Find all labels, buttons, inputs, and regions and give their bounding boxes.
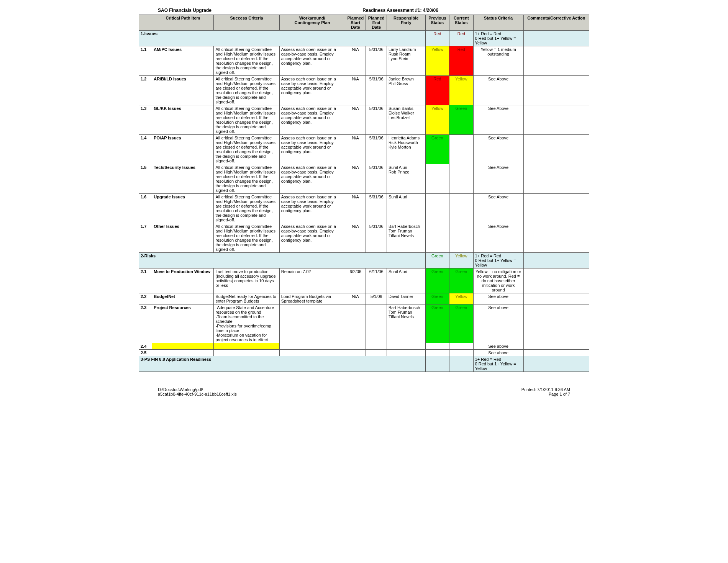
row-planned-start	[345, 343, 366, 350]
row-corrective	[523, 223, 589, 253]
row-responsible: Sunil Aluri	[387, 194, 425, 223]
row-planned-end: 5/31/06	[366, 164, 387, 194]
row-success: BudgetNet ready for Agencies to enter Pr…	[214, 293, 279, 304]
row-responsible	[387, 343, 425, 350]
footer-page-num: Page 1 of 7	[521, 392, 570, 396]
row-id: 1.3	[139, 105, 152, 135]
row-corrective	[523, 268, 589, 293]
row-workaround	[279, 304, 345, 343]
row-curr-status: Yellow	[449, 76, 473, 105]
row-responsible: Bart Haberbosch Tom Fruman Tiffani Nevel…	[387, 223, 425, 253]
row-responsible: Larry Landrum Rusk Roam Lynn Stein	[387, 46, 425, 76]
row-curr-status	[449, 194, 473, 223]
table-row: 2.5See above	[139, 350, 589, 356]
table-row: 1.7Other IssuesAll critical Steering Com…	[139, 223, 589, 253]
row-item: BudgetNet	[152, 293, 214, 304]
row-status-criteria: See Above	[473, 76, 523, 105]
table-header: Critical Path Item Success Criteria Work…	[139, 15, 589, 31]
row-workaround: Assess each open issue on a case-by-case…	[279, 223, 345, 253]
row-curr-status	[449, 223, 473, 253]
section-status-criteria: 1+ Red = Red 0 Red but 1+ Yellow = Yello…	[473, 356, 523, 372]
doc-title-center: Readiness Assessment #1: 4/20/06	[212, 8, 589, 13]
row-corrective	[523, 164, 589, 194]
row-planned-start: N/A	[345, 164, 366, 194]
table-row: 2.3Project Resources-Adequate State and …	[139, 304, 589, 343]
row-workaround	[279, 350, 345, 356]
row-planned-start: N/A	[345, 293, 366, 304]
row-planned-end: 5/31/06	[366, 76, 387, 105]
row-corrective	[523, 293, 589, 304]
row-planned-end: 5/31/06	[366, 105, 387, 135]
row-planned-end: 5/31/06	[366, 194, 387, 223]
row-responsible: David Tanner	[387, 293, 425, 304]
row-responsible: Susan Banks Eloise Walker Les Brotzel	[387, 105, 425, 135]
row-prev-status: Green	[425, 135, 449, 164]
row-curr-status	[449, 164, 473, 194]
row-corrective	[523, 135, 589, 164]
row-curr-status	[449, 135, 473, 164]
row-responsible: Sunil Aluri	[387, 268, 425, 293]
row-workaround: Assess each open issue on a case-by-case…	[279, 76, 345, 105]
row-workaround: Assess each open issue on a case-by-case…	[279, 135, 345, 164]
table-row: 1.4PO/AP IssuesAll critical Steering Com…	[139, 135, 589, 164]
section-header: 1-IssuesRedRed1+ Red = Red 0 Red but 1+ …	[139, 31, 589, 46]
row-corrective	[523, 350, 589, 356]
row-prev-status	[425, 350, 449, 356]
row-planned-start: N/A	[345, 46, 366, 76]
col-planned-end: Planned End Date	[366, 15, 387, 31]
row-planned-end	[366, 304, 387, 343]
row-planned-start	[345, 304, 366, 343]
row-corrective	[523, 76, 589, 105]
row-prev-status: Red	[425, 76, 449, 105]
row-workaround: Assess each open issue on a case-by-case…	[279, 46, 345, 76]
row-id: 2.5	[139, 350, 152, 356]
row-id: 1.7	[139, 223, 152, 253]
row-prev-status	[425, 194, 449, 223]
row-success: All critical Steering Committee and High…	[214, 76, 279, 105]
row-success: -Adequate State and Accenture resources …	[214, 304, 279, 343]
row-planned-start: N/A	[345, 223, 366, 253]
row-success: All critical Steering Committee and High…	[214, 164, 279, 194]
row-planned-start: 6/2/06	[345, 268, 366, 293]
table-row: 1.2AR/BI/LD IssuesAll critical Steering …	[139, 76, 589, 105]
row-workaround: Load Program Budgets via Spreadsheet tem…	[279, 293, 345, 304]
row-status-criteria: Yellow = 1 medium outstanding	[473, 46, 523, 76]
row-id: 2.4	[139, 343, 152, 350]
row-item: Move to Production Window	[152, 268, 214, 293]
row-success	[214, 350, 279, 356]
row-workaround	[279, 343, 345, 350]
row-status-criteria: See above	[473, 293, 523, 304]
row-success: Last test move to production (including …	[214, 268, 279, 293]
doc-title-left: SAO Financials Upgrade	[158, 8, 212, 13]
row-status-criteria: See above	[473, 304, 523, 343]
section-curr-status: Red	[449, 31, 473, 46]
row-item: GL/KK Issues	[152, 105, 214, 135]
section-header: 2-RisksGreenYellow1+ Red = Red 0 Red but…	[139, 253, 589, 268]
section-status-criteria: 1+ Red = Red 0 Red but 1+ Yellow = Yello…	[473, 31, 523, 46]
col-success: Success Criteria	[214, 15, 279, 31]
section-label: 3-PS FIN 8.8 Application Readiness	[139, 356, 426, 372]
section-corrective	[523, 356, 589, 372]
row-responsible	[387, 350, 425, 356]
row-planned-end: 5/1/06	[366, 293, 387, 304]
table-row: 1.6Upgrade IssuesAll critical Steering C…	[139, 194, 589, 223]
row-status-criteria: See Above	[473, 223, 523, 253]
row-id: 2.1	[139, 268, 152, 293]
row-item: AM/PC Issues	[152, 46, 214, 76]
readiness-table: Critical Path Item Success Criteria Work…	[139, 15, 589, 372]
row-id: 2.3	[139, 304, 152, 343]
row-planned-start	[345, 350, 366, 356]
row-id: 1.2	[139, 76, 152, 105]
row-corrective	[523, 194, 589, 223]
row-curr-status: Green	[449, 268, 473, 293]
row-prev-status	[425, 223, 449, 253]
row-id: 1.5	[139, 164, 152, 194]
row-success: All critical Steering Committee and High…	[214, 223, 279, 253]
row-curr-status: Red	[449, 46, 473, 76]
row-planned-end: 5/31/06	[366, 46, 387, 76]
row-status-criteria: Yellow = no mitigation or no work around…	[473, 268, 523, 293]
row-planned-end: 5/31/06	[366, 135, 387, 164]
row-corrective	[523, 105, 589, 135]
row-prev-status: Yellow	[425, 105, 449, 135]
row-planned-start: N/A	[345, 105, 366, 135]
